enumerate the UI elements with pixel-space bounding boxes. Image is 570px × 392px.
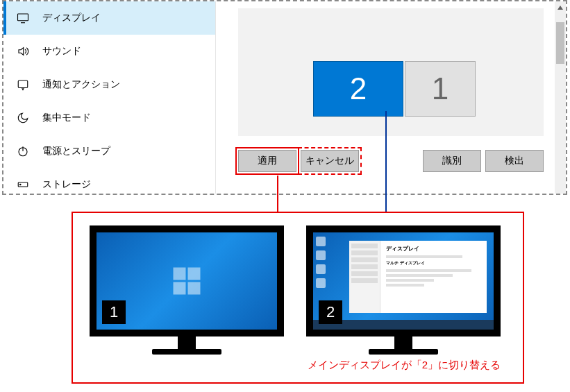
monitor-stand: [178, 336, 196, 349]
sidebar-item-focus[interactable]: 集中モード: [3, 101, 215, 135]
storage-icon: [16, 178, 30, 191]
sidebar-item-notifications[interactable]: 通知とアクション: [3, 68, 215, 101]
svg-marker-2: [19, 48, 24, 56]
monitor-base: [152, 349, 221, 355]
monitors-row: 1 ディスプレイ マルチ ディスプレイ: [90, 225, 506, 355]
sidebar-item-display[interactable]: ディスプレイ: [3, 1, 215, 35]
display-tile-1[interactable]: 1: [405, 61, 476, 117]
monitor-1: 1: [90, 225, 284, 355]
scrollbar-thumb[interactable]: [556, 22, 564, 64]
scroll-up-icon[interactable]: [557, 4, 564, 11]
notifications-icon: [16, 78, 30, 92]
mini-subtitle: マルチ ディスプレイ: [386, 260, 481, 266]
monitor-2: ディスプレイ マルチ ディスプレイ 2: [306, 225, 501, 355]
desktop-icons: [316, 237, 326, 288]
display-number: 2: [350, 71, 367, 106]
monitor-stand: [394, 336, 412, 349]
svg-rect-3: [18, 80, 28, 88]
detect-button[interactable]: 検出: [485, 150, 544, 172]
sidebar-item-label: 集中モード: [42, 112, 91, 124]
sidebar-item-label: ストレージ: [42, 178, 91, 191]
display-tile-2[interactable]: 2: [313, 61, 403, 117]
sidebar-item-label: 電源とスリープ: [42, 145, 110, 157]
monitor-base: [369, 349, 438, 355]
result-caption: メインディスプレイが「2」に切り替える: [90, 359, 506, 372]
sidebar-item-power[interactable]: 電源とスリープ: [3, 135, 215, 168]
sound-icon: [16, 44, 30, 58]
scrollbar[interactable]: [555, 1, 566, 194]
display-arrangement-area[interactable]: 2 1: [238, 8, 544, 136]
cancel-button[interactable]: キャンセル: [301, 150, 359, 172]
settings-window-mini: ディスプレイ マルチ ディスプレイ: [349, 241, 487, 313]
apply-button[interactable]: 適用: [238, 150, 296, 172]
sidebar-item-sound[interactable]: サウンド: [3, 35, 215, 68]
monitor-badge-1: 1: [102, 300, 126, 324]
identify-button[interactable]: 識別: [423, 150, 481, 172]
mini-sidebar: [349, 241, 380, 313]
svg-marker-9: [558, 6, 563, 10]
result-illustration: 1 ディスプレイ マルチ ディスプレイ: [72, 212, 524, 384]
mini-title: ディスプレイ: [386, 245, 481, 253]
monitor-badge-2: 2: [319, 300, 342, 324]
focus-icon: [16, 111, 30, 125]
display-number: 1: [432, 71, 449, 106]
sidebar-item-label: ディスプレイ: [42, 12, 101, 24]
power-icon: [16, 144, 30, 158]
settings-panel: ディスプレイ サウンド 通知とアクション 集中モード 電源とスリープ ストレージ…: [2, 0, 567, 195]
svg-rect-0: [18, 14, 28, 21]
sidebar-item-label: サウンド: [42, 45, 81, 58]
windows-logo-icon: [174, 268, 201, 295]
display-settings-main: 2 1 適用 キャンセル 識別 検出: [216, 1, 566, 194]
button-row: 適用 キャンセル 識別 検出: [238, 150, 544, 172]
sidebar-item-label: 通知とアクション: [42, 78, 120, 91]
settings-sidebar: ディスプレイ サウンド 通知とアクション 集中モード 電源とスリープ ストレージ: [3, 1, 216, 194]
monitor-1-screen: 1: [90, 225, 284, 336]
sidebar-item-storage[interactable]: ストレージ: [3, 168, 215, 194]
mini-main: ディスプレイ マルチ ディスプレイ: [380, 241, 487, 313]
display-icon: [16, 11, 30, 25]
monitor-2-screen: ディスプレイ マルチ ディスプレイ 2: [306, 225, 501, 336]
svg-marker-4: [22, 88, 24, 90]
svg-point-8: [20, 184, 22, 185]
